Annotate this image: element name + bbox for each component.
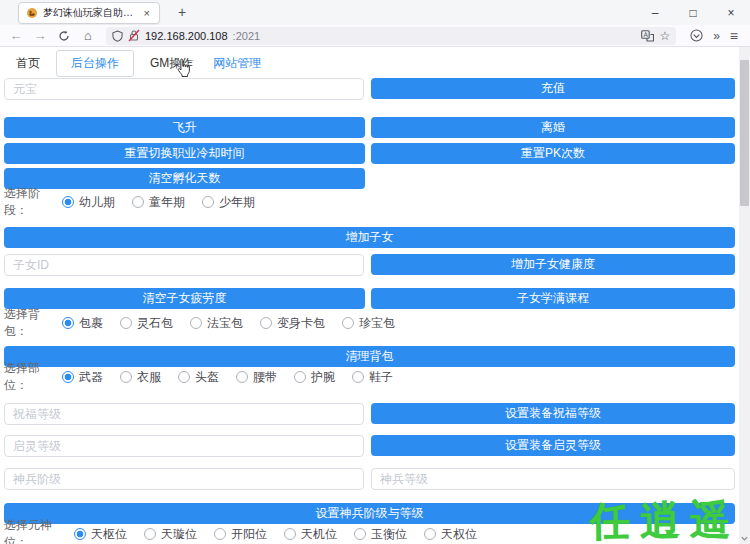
- radio-bag-2[interactable]: 法宝包: [190, 315, 243, 332]
- minimize-button[interactable]: –: [636, 0, 674, 25]
- part-radio-group: 选择部位： 武器 衣服 头盔 腰带 护腕 鞋子: [4, 369, 410, 385]
- qiling-level-input[interactable]: [4, 435, 364, 457]
- radio-part-1[interactable]: 衣服: [120, 369, 161, 386]
- child-finish-courses-button[interactable]: 子女学满课程: [371, 288, 735, 309]
- tab-home[interactable]: 首页: [6, 51, 50, 76]
- divorce-button[interactable]: 离婚: [371, 117, 735, 138]
- tab-close-icon[interactable]: ×: [142, 8, 152, 19]
- close-button[interactable]: ×: [712, 0, 750, 25]
- set-equip-bless-button[interactable]: 设置装备祝福等级: [371, 403, 735, 424]
- recharge-button[interactable]: 充值: [371, 78, 735, 99]
- radio-dot: [120, 371, 132, 383]
- reset-pk-count-button[interactable]: 重置PK次数: [371, 143, 735, 164]
- tab-favicon: [26, 7, 38, 19]
- maximize-button[interactable]: □: [674, 0, 712, 25]
- child-id-input[interactable]: [4, 254, 364, 276]
- clean-bag-button[interactable]: 清理背包: [4, 346, 735, 367]
- radio-label: 开阳位: [231, 526, 267, 543]
- radio-part-0[interactable]: 武器: [62, 369, 103, 386]
- radio-label: 包裹: [79, 315, 103, 332]
- radio-label: 腰带: [253, 369, 277, 386]
- set-equip-qiling-button[interactable]: 设置装备启灵等级: [371, 435, 735, 456]
- part-group-label: 选择部位：: [4, 360, 62, 394]
- shenbing-level-input[interactable]: [371, 468, 735, 490]
- radio-dot: [284, 528, 296, 540]
- radio-dot: [294, 371, 306, 383]
- scrollbar-track[interactable]: [739, 47, 750, 544]
- radio-soul-0[interactable]: 天枢位: [74, 526, 127, 543]
- radio-dot: [178, 371, 190, 383]
- translate-icon[interactable]: A: [641, 30, 654, 42]
- bless-level-input[interactable]: [4, 403, 364, 425]
- toolbar-right: » ≡: [684, 28, 744, 44]
- radio-part-5[interactable]: 鞋子: [352, 369, 393, 386]
- radio-dot: [236, 371, 248, 383]
- radio-label: 鞋子: [369, 369, 393, 386]
- radio-bag-4[interactable]: 珍宝包: [342, 315, 395, 332]
- radio-label: 衣服: [137, 369, 161, 386]
- home-icon[interactable]: ⌂: [78, 27, 98, 45]
- radio-dot: [120, 317, 132, 329]
- radio-label: 天枢位: [91, 526, 127, 543]
- radio-stage-1[interactable]: 童年期: [132, 194, 185, 211]
- radio-part-2[interactable]: 头盔: [178, 369, 219, 386]
- url-bar[interactable]: 192.168.200.108:2021 A ☆: [106, 27, 676, 45]
- radio-dot: [74, 528, 86, 540]
- insecure-lock-icon[interactable]: [128, 29, 140, 42]
- radio-label: 天机位: [301, 526, 337, 543]
- scrollbar-down-arrow-icon[interactable]: [740, 534, 749, 543]
- shenbing-rank-input[interactable]: [4, 468, 364, 490]
- ascend-button[interactable]: 飞升: [4, 117, 365, 138]
- hamburger-menu-icon[interactable]: ≡: [730, 28, 738, 44]
- radio-dot: [144, 528, 156, 540]
- url-port: :2021: [233, 30, 261, 42]
- tab-title: 梦幻诛仙玩家自助中心: [43, 6, 137, 20]
- radio-stage-2[interactable]: 少年期: [202, 194, 255, 211]
- bookmark-star-icon[interactable]: ☆: [659, 29, 670, 43]
- radio-label: 护腕: [311, 369, 335, 386]
- shield-icon[interactable]: [112, 30, 123, 42]
- pocket-icon[interactable]: [690, 29, 703, 42]
- radio-bag-3[interactable]: 变身卡包: [260, 315, 325, 332]
- radio-stage-0[interactable]: 幼儿期: [62, 194, 115, 211]
- scrollbar-thumb[interactable]: [740, 60, 749, 206]
- radio-dot: [62, 196, 74, 208]
- browser-window: 梦幻诛仙玩家自助中心 × + – □ × ← → ⌂ 192.168.200.1…: [0, 0, 750, 544]
- radio-soul-1[interactable]: 天璇位: [144, 526, 197, 543]
- radio-part-4[interactable]: 护腕: [294, 369, 335, 386]
- radio-soul-3[interactable]: 天机位: [284, 526, 337, 543]
- add-child-button[interactable]: 增加子女: [4, 227, 735, 248]
- radio-part-3[interactable]: 腰带: [236, 369, 277, 386]
- yuanbao-input[interactable]: [4, 78, 364, 100]
- url-host: 192.168.200.108: [145, 30, 228, 42]
- radio-label: 头盔: [195, 369, 219, 386]
- back-icon[interactable]: ←: [6, 27, 26, 45]
- set-shenbing-button[interactable]: 设置神兵阶级与等级: [4, 503, 735, 524]
- tab-site-admin[interactable]: 网站管理: [203, 51, 271, 76]
- radio-bag-0[interactable]: 包裹: [62, 315, 103, 332]
- radio-dot: [62, 371, 74, 383]
- radio-soul-5[interactable]: 天权位: [424, 526, 477, 543]
- new-tab-button[interactable]: +: [172, 4, 192, 22]
- reload-icon[interactable]: [54, 27, 74, 45]
- radio-label: 珍宝包: [359, 315, 395, 332]
- bag-radio-group: 选择背包： 包裹 灵石包 法宝包 变身卡包 珍宝包: [4, 315, 412, 331]
- radio-soul-2[interactable]: 开阳位: [214, 526, 267, 543]
- radio-label: 天权位: [441, 526, 477, 543]
- radio-bag-1[interactable]: 灵石包: [120, 315, 173, 332]
- extensions-overflow-icon[interactable]: »: [713, 29, 720, 43]
- tab-backend-ops[interactable]: 后台操作: [56, 50, 134, 77]
- radio-label: 童年期: [149, 194, 185, 211]
- radio-dot: [354, 528, 366, 540]
- soul-group-label: 选择元神位：: [4, 517, 74, 544]
- forward-icon[interactable]: →: [30, 27, 50, 45]
- page-nav-tabs: 首页 后台操作 GM操作 网站管理: [6, 50, 271, 76]
- reset-job-cooldown-button[interactable]: 重置切换职业冷却时间: [4, 143, 365, 164]
- tab-gm-ops[interactable]: GM操作: [140, 51, 203, 76]
- radio-dot: [202, 196, 214, 208]
- browser-tab[interactable]: 梦幻诛仙玩家自助中心 ×: [18, 2, 160, 24]
- radio-soul-4[interactable]: 玉衡位: [354, 526, 407, 543]
- radio-label: 玉衡位: [371, 526, 407, 543]
- radio-label: 少年期: [219, 194, 255, 211]
- add-child-health-button[interactable]: 增加子女健康度: [371, 254, 735, 275]
